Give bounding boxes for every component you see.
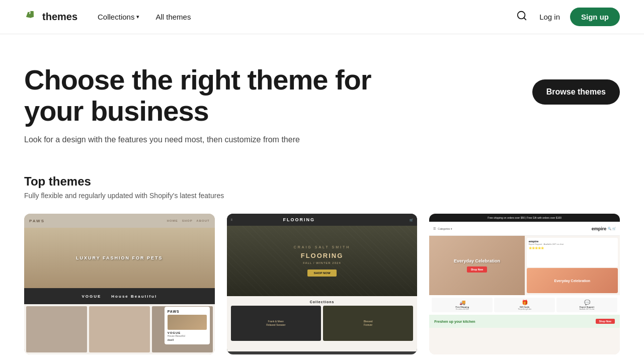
hero-subtitle: Look for a design with the features you … xyxy=(24,135,301,144)
themes-grid: PAWS HOME SHOP ABOUT LUXURY FASHION FOR … xyxy=(24,214,620,362)
signup-button[interactable]: Sign up xyxy=(570,8,620,26)
honey-hero: LUXURY FASHION FOR PETS xyxy=(24,228,215,288)
nav-actions: Log in Sign up xyxy=(514,8,620,26)
empire-promo-banner: Freshen up your kitchen Shop Now xyxy=(429,315,620,328)
section-title: Top themes xyxy=(24,174,620,189)
collections-link[interactable]: Collections ▾ xyxy=(98,13,139,21)
theme-card-image-honey: PAWS HOME SHOP ABOUT LUXURY FASHION FOR … xyxy=(24,214,215,354)
hero-section: Choose the right theme for your business… xyxy=(0,34,644,164)
venue-screenshot: ≡ FLOORING 🛒 CRAIG SALT SMITH FLOORING F… xyxy=(227,214,418,354)
theme-card-honey[interactable]: PAWS HOME SHOP ABOUT LUXURY FASHION FOR … xyxy=(24,214,215,362)
empire-hero-split: Everyday Celebration Shop Now empire Exp… xyxy=(429,236,620,295)
empire-announcement-bar: Free shipping on orders over $50 | Free … xyxy=(429,214,620,222)
browse-themes-button[interactable]: Browse themes xyxy=(532,79,620,105)
section-subtitle: Fully flexible and regularly updated wit… xyxy=(24,192,620,200)
venue-hero-area: CRAIG SALT SMITH FLOORING FALL / WINTER … xyxy=(227,226,418,296)
theme-card-image-empire: Free shipping on orders over $50 | Free … xyxy=(429,214,620,354)
svg-line-1 xyxy=(524,18,526,20)
empire-feature-row: 🚚 Free Shipping On orders over $50 🎁 Gif… xyxy=(429,295,620,315)
venue-products: Collections Frank & MeenRelaxed Sweater … xyxy=(227,296,418,351)
navbar: themes Collections ▾ All themes Log in S… xyxy=(0,0,644,34)
honey-overlay-card: PAWS VOGUE House Beautiful dwell xyxy=(165,307,210,344)
search-icon xyxy=(516,10,527,21)
logo-text: themes xyxy=(42,11,77,23)
search-button[interactable] xyxy=(514,8,529,26)
theme-card-empire[interactable]: Free shipping on orders over $50 | Free … xyxy=(429,214,620,362)
chevron-down-icon: ▾ xyxy=(136,14,139,20)
hero-title: Choose the right theme for your business xyxy=(24,64,376,126)
nav-links: Collections ▾ All themes xyxy=(98,13,514,21)
shopify-logo-icon xyxy=(24,10,38,24)
empire-navbar: ☰ Categories ▾ empire 🔍 🛒 xyxy=(429,222,620,236)
login-button[interactable]: Log in xyxy=(539,13,560,21)
theme-card-venue[interactable]: ≡ FLOORING 🛒 CRAIG SALT SMITH FLOORING F… xyxy=(227,214,418,362)
venue-nav: ≡ FLOORING 🛒 xyxy=(227,214,418,226)
logo-link[interactable]: themes xyxy=(24,10,77,24)
honey-nav-bar: PAWS HOME SHOP ABOUT xyxy=(24,214,215,228)
empire-screenshot: Free shipping on orders over $50 | Free … xyxy=(429,214,620,354)
all-themes-link[interactable]: All themes xyxy=(155,13,191,21)
honey-press-logos: VOGUE House Beautiful xyxy=(24,288,215,304)
top-themes-section: Top themes Fully flexible and regularly … xyxy=(0,164,644,362)
theme-card-image-venue: ≡ FLOORING 🛒 CRAIG SALT SMITH FLOORING F… xyxy=(227,214,418,354)
honey-screenshot: PAWS HOME SHOP ABOUT LUXURY FASHION FOR … xyxy=(24,214,215,354)
